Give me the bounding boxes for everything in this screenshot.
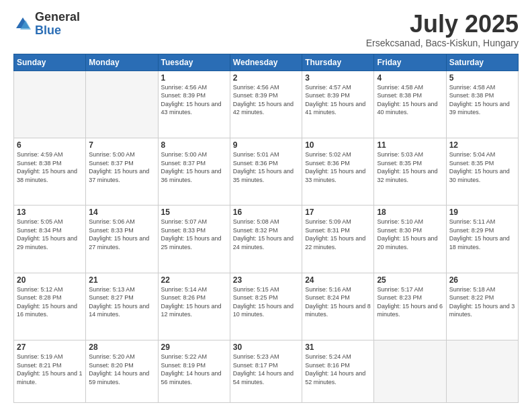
main-title: July 2025 xyxy=(366,11,519,38)
day-number: 26 xyxy=(449,275,515,285)
calendar-cell xyxy=(14,71,86,138)
day-number: 1 xyxy=(161,73,227,83)
col-thursday: Thursday xyxy=(302,54,374,71)
calendar-cell: 31Sunrise: 5:24 AM Sunset: 8:16 PM Dayli… xyxy=(302,340,374,402)
day-number: 9 xyxy=(233,140,299,150)
subtitle: Ersekcsanad, Bacs-Kiskun, Hungary xyxy=(366,38,519,48)
day-number: 4 xyxy=(377,73,443,83)
calendar-cell: 11Sunrise: 5:03 AM Sunset: 8:35 PM Dayli… xyxy=(374,138,446,205)
day-info: Sunrise: 5:00 AM Sunset: 8:37 PM Dayligh… xyxy=(89,150,154,184)
day-number: 23 xyxy=(233,275,299,285)
calendar-week-row-4: 27Sunrise: 5:19 AM Sunset: 8:21 PM Dayli… xyxy=(14,340,519,402)
calendar-cell: 28Sunrise: 5:20 AM Sunset: 8:20 PM Dayli… xyxy=(86,340,158,402)
calendar-cell xyxy=(374,340,446,402)
day-info: Sunrise: 5:00 AM Sunset: 8:37 PM Dayligh… xyxy=(161,150,227,184)
logo-text: General Blue xyxy=(35,11,80,38)
day-info: Sunrise: 5:08 AM Sunset: 8:32 PM Dayligh… xyxy=(233,218,299,251)
day-info: Sunrise: 5:06 AM Sunset: 8:33 PM Dayligh… xyxy=(89,218,154,251)
day-number: 5 xyxy=(449,73,515,83)
day-info: Sunrise: 5:10 AM Sunset: 8:30 PM Dayligh… xyxy=(377,218,443,251)
day-number: 2 xyxy=(233,73,299,83)
calendar-cell: 9Sunrise: 5:01 AM Sunset: 8:36 PM Daylig… xyxy=(230,138,302,205)
calendar-cell: 24Sunrise: 5:16 AM Sunset: 8:24 PM Dayli… xyxy=(302,273,374,340)
header: General Blue July 2025 Ersekcsanad, Bacs… xyxy=(13,11,519,48)
calendar-cell: 12Sunrise: 5:04 AM Sunset: 8:35 PM Dayli… xyxy=(446,138,518,205)
calendar-cell: 25Sunrise: 5:17 AM Sunset: 8:23 PM Dayli… xyxy=(374,273,446,340)
day-number: 6 xyxy=(17,140,83,150)
calendar-cell: 7Sunrise: 5:00 AM Sunset: 8:37 PM Daylig… xyxy=(86,138,158,205)
calendar-cell: 13Sunrise: 5:05 AM Sunset: 8:34 PM Dayli… xyxy=(14,205,86,273)
calendar-table: Sunday Monday Tuesday Wednesday Thursday… xyxy=(13,54,519,403)
calendar-cell: 21Sunrise: 5:13 AM Sunset: 8:27 PM Dayli… xyxy=(86,273,158,340)
day-number: 10 xyxy=(305,140,371,150)
col-monday: Monday xyxy=(86,54,158,71)
calendar-cell: 3Sunrise: 4:57 AM Sunset: 8:39 PM Daylig… xyxy=(302,71,374,138)
day-info: Sunrise: 5:20 AM Sunset: 8:20 PM Dayligh… xyxy=(89,353,154,386)
day-info: Sunrise: 5:04 AM Sunset: 8:35 PM Dayligh… xyxy=(449,150,515,184)
day-number: 14 xyxy=(89,208,154,217)
logo-general-text: General xyxy=(35,11,80,24)
col-tuesday: Tuesday xyxy=(158,54,230,71)
col-sunday: Sunday xyxy=(14,54,86,71)
day-info: Sunrise: 4:58 AM Sunset: 8:38 PM Dayligh… xyxy=(377,83,443,117)
day-info: Sunrise: 5:03 AM Sunset: 8:35 PM Dayligh… xyxy=(377,150,443,184)
day-info: Sunrise: 4:57 AM Sunset: 8:39 PM Dayligh… xyxy=(305,83,371,117)
day-number: 7 xyxy=(89,140,154,150)
day-number: 17 xyxy=(305,208,371,217)
day-info: Sunrise: 5:16 AM Sunset: 8:24 PM Dayligh… xyxy=(305,285,371,319)
day-info: Sunrise: 5:17 AM Sunset: 8:23 PM Dayligh… xyxy=(377,285,443,319)
calendar-cell xyxy=(446,340,518,402)
calendar-cell: 1Sunrise: 4:56 AM Sunset: 8:39 PM Daylig… xyxy=(158,71,230,138)
day-info: Sunrise: 5:05 AM Sunset: 8:34 PM Dayligh… xyxy=(17,218,83,251)
calendar-week-row-1: 6Sunrise: 4:59 AM Sunset: 8:38 PM Daylig… xyxy=(14,138,519,205)
calendar-cell: 19Sunrise: 5:11 AM Sunset: 8:29 PM Dayli… xyxy=(446,205,518,273)
calendar-cell: 14Sunrise: 5:06 AM Sunset: 8:33 PM Dayli… xyxy=(86,205,158,273)
calendar-cell: 26Sunrise: 5:18 AM Sunset: 8:22 PM Dayli… xyxy=(446,273,518,340)
day-number: 25 xyxy=(377,275,443,285)
logo-icon xyxy=(13,15,32,34)
calendar-week-row-2: 13Sunrise: 5:05 AM Sunset: 8:34 PM Dayli… xyxy=(14,205,519,273)
calendar-cell: 18Sunrise: 5:10 AM Sunset: 8:30 PM Dayli… xyxy=(374,205,446,273)
calendar-cell: 17Sunrise: 5:09 AM Sunset: 8:31 PM Dayli… xyxy=(302,205,374,273)
day-number: 13 xyxy=(17,208,83,217)
day-number: 22 xyxy=(161,275,227,285)
day-info: Sunrise: 5:01 AM Sunset: 8:36 PM Dayligh… xyxy=(233,150,299,184)
calendar-cell: 20Sunrise: 5:12 AM Sunset: 8:28 PM Dayli… xyxy=(14,273,86,340)
day-info: Sunrise: 5:12 AM Sunset: 8:28 PM Dayligh… xyxy=(17,285,83,319)
calendar-cell: 30Sunrise: 5:23 AM Sunset: 8:17 PM Dayli… xyxy=(230,340,302,402)
day-number: 21 xyxy=(89,275,154,285)
day-info: Sunrise: 4:56 AM Sunset: 8:39 PM Dayligh… xyxy=(233,83,299,117)
calendar-cell: 5Sunrise: 4:58 AM Sunset: 8:38 PM Daylig… xyxy=(446,71,518,138)
day-number: 12 xyxy=(449,140,515,150)
calendar-cell: 10Sunrise: 5:02 AM Sunset: 8:36 PM Dayli… xyxy=(302,138,374,205)
calendar-week-row-0: 1Sunrise: 4:56 AM Sunset: 8:39 PM Daylig… xyxy=(14,71,519,138)
day-number: 8 xyxy=(161,140,227,150)
day-number: 15 xyxy=(161,208,227,217)
day-number: 19 xyxy=(449,208,515,217)
title-block: July 2025 Ersekcsanad, Bacs-Kiskun, Hung… xyxy=(366,11,519,48)
logo: General Blue xyxy=(13,11,80,38)
day-number: 29 xyxy=(161,342,227,352)
day-info: Sunrise: 5:11 AM Sunset: 8:29 PM Dayligh… xyxy=(449,218,515,251)
calendar-cell: 2Sunrise: 4:56 AM Sunset: 8:39 PM Daylig… xyxy=(230,71,302,138)
day-info: Sunrise: 5:13 AM Sunset: 8:27 PM Dayligh… xyxy=(89,285,154,319)
calendar-cell: 6Sunrise: 4:59 AM Sunset: 8:38 PM Daylig… xyxy=(14,138,86,205)
day-info: Sunrise: 5:09 AM Sunset: 8:31 PM Dayligh… xyxy=(305,218,371,251)
day-info: Sunrise: 5:14 AM Sunset: 8:26 PM Dayligh… xyxy=(161,285,227,319)
day-number: 28 xyxy=(89,342,154,352)
day-number: 24 xyxy=(305,275,371,285)
col-saturday: Saturday xyxy=(446,54,518,71)
day-number: 30 xyxy=(233,342,299,352)
calendar-cell: 23Sunrise: 5:15 AM Sunset: 8:25 PM Dayli… xyxy=(230,273,302,340)
day-info: Sunrise: 5:23 AM Sunset: 8:17 PM Dayligh… xyxy=(233,353,299,386)
day-info: Sunrise: 5:15 AM Sunset: 8:25 PM Dayligh… xyxy=(233,285,299,319)
day-info: Sunrise: 5:24 AM Sunset: 8:16 PM Dayligh… xyxy=(305,353,371,386)
calendar-week-row-3: 20Sunrise: 5:12 AM Sunset: 8:28 PM Dayli… xyxy=(14,273,519,340)
day-info: Sunrise: 5:07 AM Sunset: 8:33 PM Dayligh… xyxy=(161,218,227,251)
calendar-header-row: Sunday Monday Tuesday Wednesday Thursday… xyxy=(14,54,519,71)
day-number: 20 xyxy=(17,275,83,285)
calendar-cell: 16Sunrise: 5:08 AM Sunset: 8:32 PM Dayli… xyxy=(230,205,302,273)
page: General Blue July 2025 Ersekcsanad, Bacs… xyxy=(0,0,532,411)
day-number: 27 xyxy=(17,342,83,352)
calendar-cell: 4Sunrise: 4:58 AM Sunset: 8:38 PM Daylig… xyxy=(374,71,446,138)
